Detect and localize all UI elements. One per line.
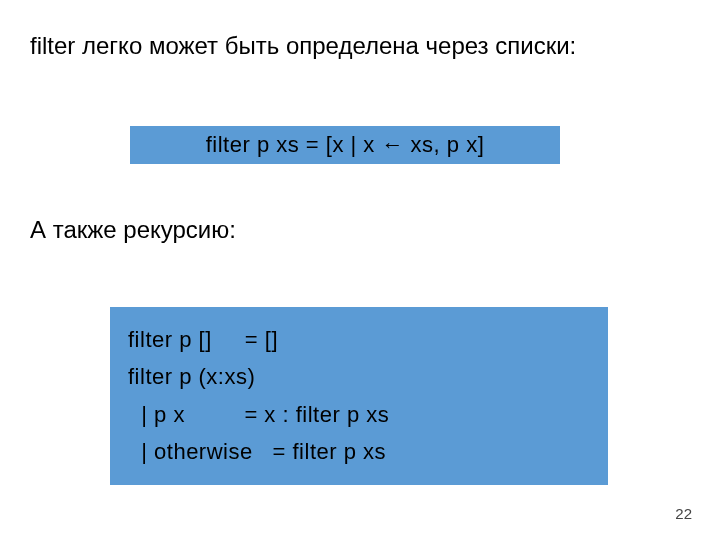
code-line: filter p (x:xs): [128, 358, 608, 395]
code-line: filter p xs = [x | x ← xs, p x]: [206, 132, 485, 157]
page-number: 22: [675, 505, 692, 522]
slide: filter легко может быть определена через…: [0, 0, 720, 540]
heading-recursion: А также рекурсию:: [30, 216, 236, 244]
code-box-recursion: filter p [] = [] filter p (x:xs) | p x =…: [110, 307, 608, 485]
code-line: | otherwise = filter p xs: [128, 433, 608, 470]
code-line: filter p [] = []: [128, 321, 608, 358]
code-box-list-comprehension: filter p xs = [x | x ← xs, p x]: [130, 126, 560, 164]
code-line: | p x = x : filter p xs: [128, 396, 608, 433]
heading-filter-list-comprehension: filter легко может быть определена через…: [30, 32, 576, 60]
